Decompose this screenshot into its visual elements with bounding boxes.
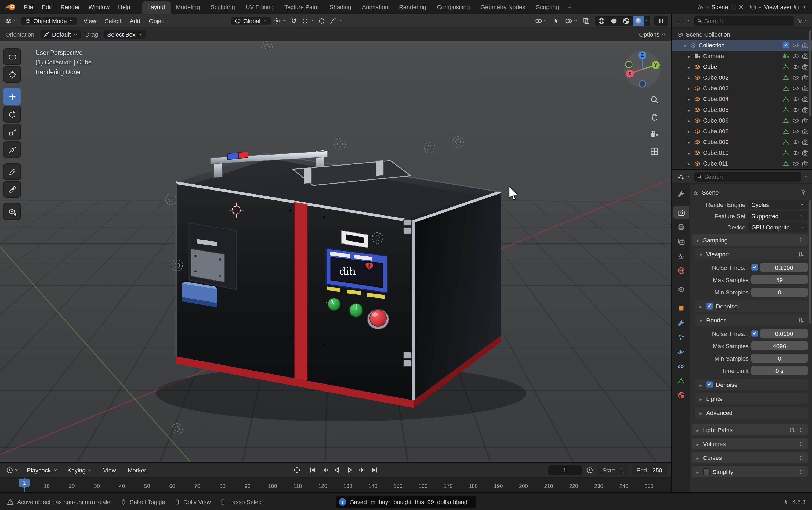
xray-toggle-button[interactable]	[581, 16, 591, 26]
play-button[interactable]	[344, 465, 355, 475]
panel-lights[interactable]: Lights	[695, 393, 808, 404]
tool-add-cube[interactable]	[3, 203, 21, 220]
editor-type-button[interactable]	[675, 172, 692, 181]
properties-tab-world[interactable]	[673, 264, 689, 277]
workspace-tab-uv-editing[interactable]: UV Editing	[240, 1, 279, 14]
properties-tab-modifiers[interactable]	[673, 316, 689, 329]
shading-solid-button[interactable]	[608, 16, 620, 26]
outliner-item-cube-010[interactable]: Cube.010	[672, 147, 812, 158]
blender-logo-icon[interactable]	[4, 3, 17, 11]
play-reverse-button[interactable]	[332, 465, 343, 475]
hide-in-viewport-icon[interactable]	[792, 63, 799, 70]
disable-in-renders-icon[interactable]	[802, 85, 809, 92]
hide-in-viewport-icon[interactable]	[792, 74, 799, 81]
workspace-tab-layout[interactable]: Layout	[142, 1, 171, 14]
disable-in-renders-icon[interactable]	[802, 95, 809, 103]
disable-in-renders-icon[interactable]	[802, 149, 809, 156]
tool-rotate[interactable]	[3, 106, 21, 122]
expand-icon[interactable]	[686, 63, 692, 70]
current-frame-field[interactable]: 1	[548, 465, 581, 475]
orientation-dropdown[interactable]: Default	[40, 30, 81, 39]
outliner-scene-collection[interactable]: Scene Collection	[672, 29, 812, 40]
panel-volumes[interactable]: Volumes	[692, 438, 808, 449]
viewport-noise-checkbox[interactable]	[751, 264, 758, 271]
snap-toggle-button[interactable]	[289, 16, 299, 26]
shading-material-button[interactable]	[620, 16, 632, 26]
properties-search-input[interactable]	[704, 173, 799, 180]
expand-icon[interactable]	[682, 42, 687, 48]
viewport-denoise-checkbox[interactable]	[706, 303, 713, 310]
workspace-tab-compositing[interactable]: Compositing	[431, 1, 475, 14]
tool-measure[interactable]	[3, 181, 21, 198]
properties-tab-physics[interactable]	[673, 345, 689, 358]
jump-to-end-button[interactable]	[369, 465, 380, 475]
menu-render[interactable]: Render	[56, 3, 84, 11]
timeline-view-menu[interactable]: View	[99, 466, 120, 474]
disable-in-renders-icon[interactable]	[802, 117, 809, 124]
disable-in-renders-icon[interactable]	[802, 52, 809, 59]
disable-in-renders-icon[interactable]	[802, 138, 809, 145]
panel-curves[interactable]: Curves	[692, 452, 808, 463]
panel-render-denoise[interactable]: Denoise	[695, 379, 808, 390]
sliders-icon[interactable]	[789, 426, 795, 433]
hide-in-viewport-icon[interactable]	[792, 160, 799, 167]
timeline-ruler[interactable]: 1 11020304050607080901001101201301401501…	[0, 477, 671, 492]
hide-in-viewport-icon[interactable]	[792, 106, 799, 113]
ortho-toggle-button[interactable]	[649, 146, 660, 157]
editor-type-button[interactable]	[3, 17, 19, 25]
scene-selector[interactable]: Scene	[697, 4, 744, 10]
visibility-dropdown[interactable]	[535, 17, 548, 24]
expand-icon[interactable]	[686, 85, 692, 91]
expand-icon[interactable]	[686, 160, 692, 167]
properties-tab-constraints[interactable]	[673, 360, 689, 372]
drag-dropdown[interactable]: Select Box	[104, 30, 146, 39]
render-max-samples-field[interactable]: 4096	[751, 341, 808, 350]
render-engine-dropdown[interactable]: Cycles	[748, 200, 808, 209]
expand-icon[interactable]	[686, 74, 692, 81]
drag-grip-icon[interactable]	[798, 426, 805, 433]
tool-annotate[interactable]	[3, 163, 21, 180]
gizmo-negz-ball[interactable]	[639, 81, 645, 87]
outliner-search-input[interactable]	[704, 18, 791, 24]
drag-grip-icon[interactable]	[798, 441, 805, 447]
camera-view-button[interactable]	[649, 129, 660, 140]
viewport-menu-object[interactable]: Object	[145, 17, 170, 25]
panel-simplify[interactable]: Simplify	[692, 466, 808, 477]
transform-orientation-dropdown[interactable]: Global	[232, 17, 271, 25]
panel-sampling-render[interactable]: Render	[695, 314, 808, 326]
workspace-tab-rendering[interactable]: Rendering	[394, 1, 432, 14]
start-frame-field[interactable]: Start 1	[597, 465, 628, 475]
panel-advanced[interactable]: Advanced	[695, 407, 808, 418]
chevron-down-icon[interactable]	[804, 174, 809, 179]
properties-tab-material[interactable]	[673, 389, 689, 401]
render-denoise-checkbox[interactable]	[706, 381, 713, 388]
machine-model[interactable]: dih	[176, 150, 501, 408]
outliner-item-cube[interactable]: Cube	[672, 61, 812, 72]
drag-grip-icon[interactable]	[798, 469, 805, 475]
outliner-item-cube-005[interactable]: Cube.005	[672, 104, 812, 115]
proportional-editing-button[interactable]	[317, 16, 327, 26]
properties-tab-data[interactable]	[673, 374, 689, 387]
properties-scrollbar[interactable]	[809, 200, 811, 323]
outliner-search[interactable]	[694, 16, 794, 26]
expand-icon[interactable]	[686, 96, 692, 102]
auto-keying-button[interactable]	[291, 465, 303, 475]
pause-render-button[interactable]	[654, 16, 668, 26]
workspace-tab-texture-paint[interactable]: Texture Paint	[279, 1, 324, 14]
viewport-max-samples-field[interactable]: 59	[751, 275, 808, 284]
outliner-item-cube-003[interactable]: Cube.003	[672, 83, 812, 93]
expand-icon[interactable]	[686, 117, 692, 123]
menu-file[interactable]: File	[19, 3, 37, 11]
hide-in-viewport-icon[interactable]	[792, 95, 799, 103]
outliner-item-cube-004[interactable]: Cube.004	[672, 93, 812, 104]
timeline-marker-menu[interactable]: Marker	[123, 466, 150, 474]
hide-in-viewport-icon[interactable]	[792, 41, 799, 49]
render-noise-checkbox[interactable]	[751, 330, 758, 337]
viewport-menu-view[interactable]: View	[79, 17, 100, 25]
tool-select-box[interactable]	[3, 48, 21, 65]
workspace-tab-animation[interactable]: Animation	[357, 1, 394, 14]
properties-tab-scene[interactable]	[673, 249, 689, 262]
tool-transform[interactable]	[3, 141, 21, 158]
disable-in-renders-icon[interactable]	[802, 106, 809, 113]
properties-tab-tool[interactable]	[673, 187, 689, 200]
